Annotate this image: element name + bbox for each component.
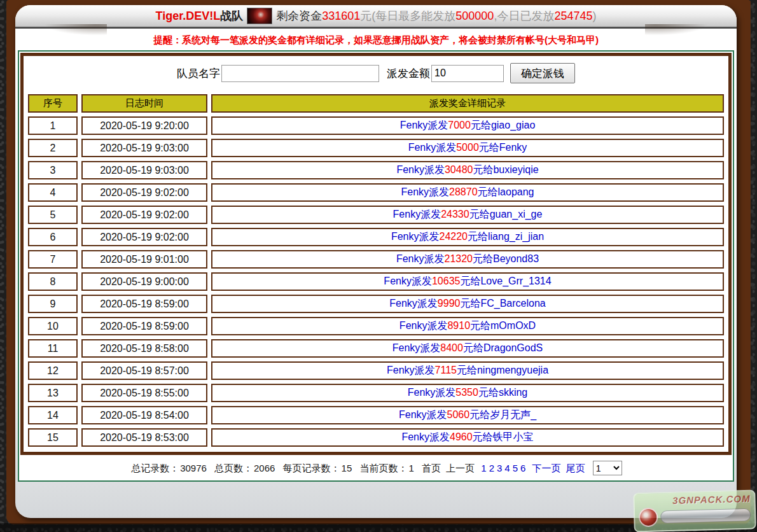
current-page-value: 1 [408,463,413,473]
title-bar: Tiger.DEV!L 战队 剩余资金 331601 元 (每日最多能发放 50… [15,5,737,29]
log-table: 序号 日志时间 派发奖金详细记录 1 2020-05-19 9:20:00 Fe… [24,90,728,451]
row-index: 1 [28,116,78,135]
row-index: 5 [28,206,78,224]
page-number-link[interactable]: 5 [513,463,518,473]
col-header-detail: 派发奖金详细记录 [211,94,724,113]
row-time: 2020-05-19 9:02:00 [81,183,207,202]
table-row: 6 2020-05-19 9:02:00 Fenky派发24220元给liang… [28,228,724,246]
row-time: 2020-05-19 8:54:00 [81,406,207,424]
row-time: 2020-05-19 8:55:00 [81,384,207,402]
table-header-row: 序号 日志时间 派发奖金详细记录 [28,94,724,113]
row-index: 14 [28,406,78,424]
row-detail: Fenky派发28870元给laopang [211,183,724,202]
row-detail: Fenky派发8400元给DragonGodS [211,339,724,358]
row-index: 11 [28,339,78,358]
row-detail: Fenky派发10635元给Love_Grr_1314 [211,272,724,291]
row-time: 2020-05-19 8:57:00 [81,361,207,380]
table-row: 13 2020-05-19 8:55:00 Fenky派发5350元给skkin… [28,384,724,402]
row-time: 2020-05-19 9:02:00 [81,206,207,224]
today-issued-label: ,今日已发放 [494,8,554,24]
row-time: 2020-05-19 9:03:00 [81,139,207,157]
prev-page-link[interactable]: 上一页 [446,463,475,473]
row-time: 2020-05-19 8:58:00 [81,339,207,358]
per-page-value: 15 [342,463,352,473]
log-table-body: 1 2020-05-19 9:20:00 Fenky派发7000元给giao_g… [28,116,724,447]
row-index: 7 [28,250,78,269]
paren-close: ) [592,10,596,23]
row-index: 4 [28,183,78,202]
row-time: 2020-05-19 8:59:00 [81,295,207,313]
last-page-link[interactable]: 尾页 [566,463,585,473]
table-row: 8 2020-05-19 9:00:00 Fenky派发10635元给Love_… [28,272,724,291]
row-index: 10 [28,317,78,335]
member-name-label: 队员名字 [177,66,220,81]
next-page-link[interactable]: 下一页 [532,463,561,473]
page-number-link[interactable]: 2 [489,463,494,473]
confirm-payout-button[interactable]: 确定派钱 [510,63,575,83]
row-detail: Fenky派发7115元给ningmengyuejia [211,361,724,380]
current-page-label: 当前页数： [359,463,407,473]
watermark-logo-bar [660,508,751,524]
row-detail: Fenky派发9990元给FC_Barcelona [211,295,724,313]
row-index: 9 [28,295,78,313]
row-time: 2020-05-19 9:01:00 [81,250,207,269]
row-time: 2020-05-19 9:03:00 [81,161,207,179]
per-page-label: 每页记录数： [283,463,340,473]
amount-label: 派发金额 [387,66,430,81]
table-row: 10 2020-05-19 8:59:00 Fenky派发8910元给mOmOx… [28,317,724,335]
team-name: Tiger.DEV!L [156,10,221,23]
row-index: 13 [28,384,78,402]
amount-input[interactable] [431,65,504,82]
row-detail: Fenky派发21320元给Beyond83 [211,250,724,269]
daily-max-value: 500000 [455,10,494,23]
page-number-link[interactable]: 4 [504,463,510,473]
table-row: 7 2020-05-19 9:01:00 Fenky派发21320元给Beyon… [28,250,724,269]
page-links: 123456 [480,463,527,473]
content-card: Tiger.DEV!L 战队 剩余资金 331601 元 (每日最多能发放 50… [15,5,737,518]
row-detail: Fenky派发8910元给mOmOxD [211,317,724,335]
row-time: 2020-05-19 9:20:00 [81,116,207,135]
watermark-text: 3GNPACK.COM [638,493,750,507]
page-select[interactable]: 1 [593,461,622,475]
total-pages-value: 2066 [254,463,275,473]
table-row: 3 2020-05-19 9:03:00 Fenky派发30480元给buxie… [28,161,724,179]
row-detail: Fenky派发5000元给Fenky [211,139,724,157]
watermark-logo-icon [639,508,658,528]
main-panel: 队员名字 派发金额 确定派钱 序号 日志时间 派发奖金详细记录 1 2020-0… [18,50,734,482]
table-row: 5 2020-05-19 9:02:00 Fenky派发24330元给guan_… [28,206,724,224]
row-detail: Fenky派发30480元给buxieyiqie [211,161,724,179]
table-row: 1 2020-05-19 9:20:00 Fenky派发7000元给giao_g… [28,116,724,135]
first-page-link[interactable]: 首页 [422,463,441,473]
row-time: 2020-05-19 9:02:00 [81,228,207,246]
watermark-badge: 3GNPACK.COM [633,489,756,532]
page-number-link[interactable]: 1 [481,463,486,473]
row-index: 3 [28,161,78,179]
row-time: 2020-05-19 8:59:00 [81,317,207,335]
page-number-link[interactable]: 6 [520,463,525,473]
funds-label: 剩余资金 [276,8,322,24]
row-detail: Fenky派发5350元给skking [211,384,724,402]
total-records-value: 30976 [180,463,207,473]
daily-max-label: (每日最多能发放 [372,8,455,24]
log-panel: 队员名字 派发金额 确定派钱 序号 日志时间 派发奖金详细记录 1 2020-0… [20,53,732,455]
col-header-time: 日志时间 [81,94,207,113]
table-row: 9 2020-05-19 8:59:00 Fenky派发9990元给FC_Bar… [28,295,724,313]
row-index: 8 [28,272,78,291]
page-number-link[interactable]: 3 [497,463,502,473]
today-issued-value: 254745 [554,10,592,23]
table-row: 2 2020-05-19 9:03:00 Fenky派发5000元给Fenky [28,139,724,157]
row-detail: Fenky派发24330元给guan_xi_ge [211,206,724,224]
row-detail: Fenky派发24220元给liang_zi_jian [211,228,724,246]
row-detail: Fenky派发5060元给岁月无声_ [211,406,724,424]
member-name-input[interactable] [221,65,379,82]
funds-unit: 元 [360,8,372,24]
table-row: 11 2020-05-19 8:58:00 Fenky派发8400元给Drago… [28,339,724,358]
notice-banner: 提醒：系统对每一笔派发的奖金都有详细记录，如果恶意挪用战队资产，将会被封禁所有帐… [15,29,737,50]
total-records-label: 总记录数： [131,463,179,473]
row-index: 6 [28,228,78,246]
col-header-index: 序号 [28,94,78,113]
row-detail: Fenky派发7000元给giao_giao [211,116,724,135]
watermark-logo [639,505,751,528]
row-time: 2020-05-19 9:00:00 [81,272,207,291]
payout-form: 队员名字 派发金额 确定派钱 [24,56,728,90]
